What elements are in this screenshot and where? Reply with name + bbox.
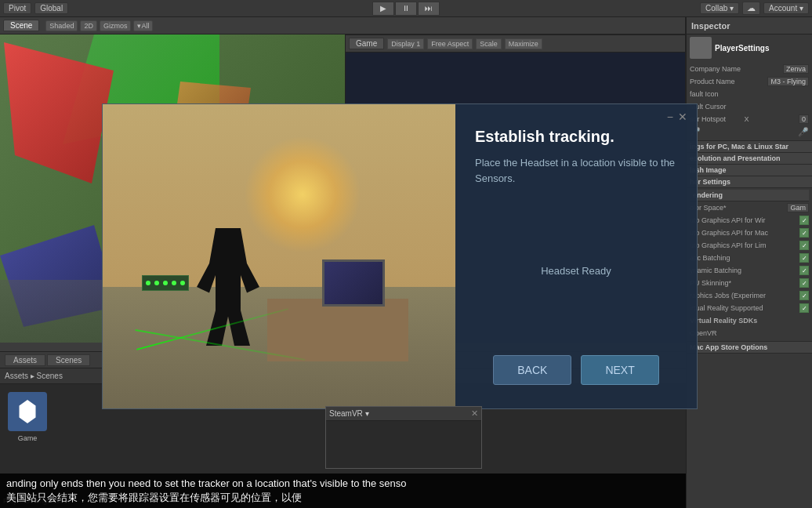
auto-graphics-mac-checkbox[interactable]: ✓: [799, 228, 809, 238]
sensor-dot-1: [146, 281, 150, 285]
resolution-header[interactable]: esolution and Presentation: [687, 153, 812, 165]
back-button[interactable]: BACK: [493, 355, 571, 385]
display-dropdown[interactable]: Display 1: [387, 38, 424, 49]
sensor-dots: [143, 276, 188, 290]
steamvr-close[interactable]: ✕: [471, 408, 478, 419]
room-light: [244, 136, 361, 253]
maximize-dropdown[interactable]: Maximize: [505, 38, 542, 49]
main-layout: Scene Shaded 2D Gizmos ▾All: [0, 17, 812, 508]
tab-assets[interactable]: Assets: [5, 354, 45, 366]
breadcrumb: Assets ▸ Scenes: [5, 372, 63, 380]
room-monitor: [322, 259, 385, 307]
auto-graphics-lim-label: uto Graphics API for Lim: [690, 241, 799, 249]
default-cursor-row: fault Cursor: [690, 100, 809, 113]
scene-controls: Shaded 2D Gizmos ▾All: [45, 20, 153, 31]
topbar-right: Collab ▾ ☁ Account ▾: [700, 2, 809, 15]
sensor-dot-5: [180, 281, 185, 285]
dialog-close[interactable]: ✕: [678, 111, 687, 123]
mic-icon-2: 🎤: [798, 127, 809, 137]
collab-button[interactable]: Collab ▾: [700, 2, 739, 14]
gizmos-button[interactable]: Gizmos: [100, 20, 132, 31]
cursor-x-value[interactable]: 0: [799, 114, 809, 124]
vr-sdks-label: Virtual Reality SDKs: [690, 317, 809, 325]
gpu-skinning-checkbox[interactable]: ✓: [799, 278, 809, 288]
sensor-dot-3: [163, 281, 168, 285]
vr-sdks-row: Virtual Reality SDKs: [690, 314, 809, 327]
product-name-value[interactable]: M3 - Flying: [767, 77, 809, 86]
shaded-button[interactable]: Shaded: [45, 20, 78, 31]
vr-dialog-top: Establish tracking. Place the Headset in…: [475, 128, 677, 201]
subtitle-chinese: 美国站只会结束，您需要将跟踪器设置在传感器可见的位置，以便: [6, 491, 680, 505]
other-header[interactable]: her Settings: [687, 176, 812, 188]
cloud-button[interactable]: ☁: [742, 2, 760, 15]
static-batching-checkbox[interactable]: ✓: [799, 253, 809, 263]
steamvr-window: SteamVR ▾ ✕: [325, 406, 482, 469]
player-settings-label: PlayerSettings: [715, 44, 769, 53]
steamvr-title: SteamVR ▾: [329, 409, 369, 418]
mic-row: 🎤 🎤: [690, 125, 809, 139]
topbar-left: Pivot Global: [0, 2, 68, 14]
vr-buttons: BACK NEXT: [475, 355, 677, 385]
graphics-jobs-checkbox[interactable]: ✓: [799, 291, 809, 300]
product-name-label: Product Name: [690, 78, 767, 85]
auto-graphics-mac-row: uto Graphics API for Mac ✓: [690, 227, 809, 239]
default-icon-row: fault Icon: [690, 88, 809, 100]
company-name-row: Company Name Zenva: [690, 63, 809, 75]
auto-graphics-wir-checkbox[interactable]: ✓: [799, 216, 809, 225]
steamvr-content: [326, 421, 481, 430]
vr-supported-label: irtual Reality Supported: [690, 304, 799, 312]
gpu-skinning-row: PU Skinning* ✓: [690, 277, 809, 289]
vr-supported-checkbox[interactable]: ✓: [799, 303, 809, 313]
vr-dialog-text: − ✕ Establish tracking. Place the Headse…: [455, 104, 697, 408]
color-space-value[interactable]: Gam: [787, 203, 809, 212]
company-name-value[interactable]: Zenva: [783, 64, 809, 74]
global-button[interactable]: Global: [34, 2, 68, 14]
graphics-jobs-label: raphics Jobs (Experimer: [690, 292, 799, 299]
dynamic-batching-checkbox[interactable]: ✓: [799, 266, 809, 275]
left-panel: Scene Shaded 2D Gizmos ▾All: [0, 17, 686, 508]
scale-dropdown[interactable]: Scale: [476, 38, 502, 49]
rendering-section: endering olor Space* Gam uto Graphics AP…: [687, 188, 812, 342]
color-space-label: olor Space*: [690, 204, 787, 212]
scene-toolbar: Scene Shaded 2D Gizmos ▾All: [0, 17, 685, 34]
splash-header[interactable]: lash Image: [687, 165, 812, 176]
mac-app-store-header[interactable]: Mac App Store Options: [687, 342, 812, 354]
inspector-content: PlayerSettings Company Name Zenva Produc…: [687, 34, 812, 508]
auto-graphics-mac-label: uto Graphics API for Mac: [690, 229, 799, 237]
pivot-button[interactable]: Pivot: [3, 2, 31, 14]
static-batching-label: atic Batching: [690, 254, 799, 262]
inspector-header: Inspector: [687, 17, 812, 34]
vr-subtitle: Place the Headset in a location visible …: [475, 155, 677, 186]
account-button[interactable]: Account ▾: [763, 2, 809, 14]
tab-scene[interactable]: Scene: [3, 20, 39, 31]
dialog-minimize[interactable]: −: [667, 111, 673, 123]
tab-game[interactable]: Game: [349, 38, 384, 49]
aspect-dropdown[interactable]: Free Aspect: [427, 38, 473, 49]
asset-item-game[interactable]: Game: [8, 392, 47, 442]
vr-status: Headset Ready: [475, 265, 677, 277]
rendering-header[interactable]: endering: [690, 190, 809, 201]
2d-button[interactable]: 2D: [80, 20, 97, 31]
play-button[interactable]: ▶: [372, 2, 394, 16]
auto-graphics-wir-row: uto Graphics API for Wir ✓: [690, 214, 809, 227]
pause-button[interactable]: ⏸: [395, 2, 417, 16]
inspector-company: Company Name Zenva Product Name M3 - Fly…: [687, 61, 812, 141]
vr-supported-row: irtual Reality Supported ✓: [690, 302, 809, 314]
default-icon-label: fault Icon: [690, 90, 809, 98]
next-button[interactable]: NEXT: [581, 355, 658, 385]
cursor-hotspot-label: sor Hotspot: [690, 115, 745, 123]
openxr-label: OpenVR: [690, 329, 809, 337]
vr-title: Establish tracking.: [475, 128, 677, 146]
auto-graphics-lim-row: uto Graphics API for Lim ✓: [690, 239, 809, 252]
asset-icon-game: [8, 392, 47, 431]
search-button[interactable]: ▾All: [133, 20, 153, 31]
vr-dialog: − ✕ Establish tracking. Place the Headse…: [102, 103, 698, 409]
auto-graphics-lim-checkbox[interactable]: ✓: [799, 241, 809, 250]
game-toolbar: Game Display 1 Free Aspect Scale Maximiz…: [346, 35, 685, 53]
settings-pc-header[interactable]: ings for PC, Mac & Linux Star: [687, 141, 812, 153]
inspector-panel: Inspector PlayerSettings Company Name Ze…: [686, 17, 812, 508]
step-button[interactable]: ⏭: [418, 2, 440, 16]
room-desk: [267, 299, 408, 361]
asset-label-game: Game: [18, 434, 38, 442]
tab-scenes[interactable]: Scenes: [47, 354, 90, 366]
